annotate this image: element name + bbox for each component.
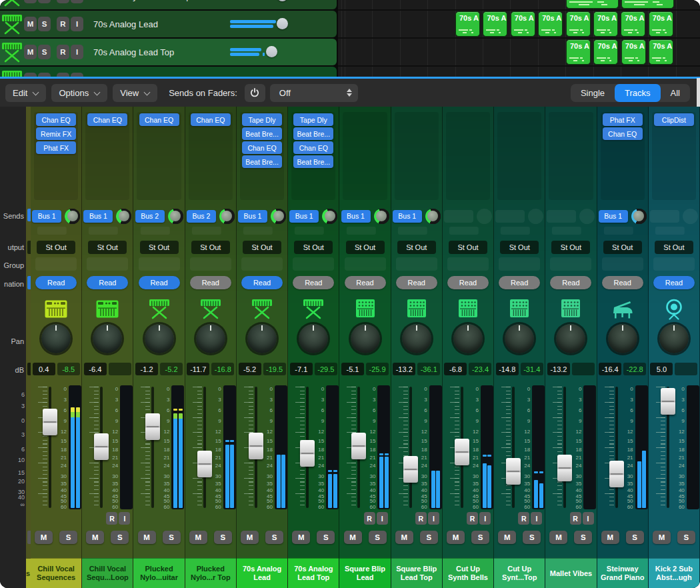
- output-button[interactable]: St Out: [191, 241, 230, 254]
- pan-knob[interactable]: [196, 324, 225, 353]
- group-slot[interactable]: [345, 257, 386, 271]
- peak-level-value[interactable]: [109, 363, 131, 375]
- fader-cap[interactable]: [249, 433, 263, 459]
- fader-track[interactable]: [151, 387, 154, 508]
- fader-track[interactable]: [512, 387, 515, 508]
- peak-level-value[interactable]: -29.5: [315, 363, 337, 375]
- mute-button[interactable]: M: [395, 531, 413, 544]
- send-slot-empty[interactable]: [89, 227, 118, 235]
- peak-level-value[interactable]: -31.4: [521, 363, 543, 375]
- send-bus-button[interactable]: Bus 1: [393, 210, 422, 223]
- plugin-slot[interactable]: Chan EQ: [191, 113, 231, 126]
- pan-knob[interactable]: [93, 324, 122, 353]
- record-enable-button[interactable]: R: [57, 17, 69, 31]
- output-button[interactable]: St Out: [449, 241, 487, 254]
- volume-db-value[interactable]: -13.2: [547, 363, 570, 375]
- midi-clip[interactable]: 70s A: [511, 11, 535, 37]
- midi-clip[interactable]: 70s A: [566, 0, 619, 9]
- output-button[interactable]: St Out: [655, 241, 693, 254]
- track-name-plate[interactable]: Cut UpSynth Bells: [443, 558, 493, 588]
- send-level-knob[interactable]: [168, 209, 183, 224]
- automation-mode-button[interactable]: Read: [190, 276, 231, 289]
- fader-cap[interactable]: [557, 455, 572, 481]
- send-bus-empty[interactable]: [444, 210, 473, 223]
- solo-button[interactable]: S: [38, 45, 51, 59]
- input-monitor-button[interactable]: I: [377, 512, 388, 525]
- peak-level-value[interactable]: -19.5: [263, 363, 286, 375]
- output-button[interactable]: St Out: [346, 241, 385, 254]
- peak-level-value[interactable]: -5.2: [160, 363, 183, 375]
- solo-button[interactable]: S: [265, 531, 283, 544]
- peak-level-value[interactable]: -25.9: [366, 363, 389, 375]
- solo-button[interactable]: S: [471, 531, 489, 544]
- view-mode-tracks[interactable]: Tracks: [615, 84, 661, 102]
- send-level-knob[interactable]: [65, 209, 80, 224]
- output-button[interactable]: St Out: [500, 241, 539, 254]
- automation-mode-button[interactable]: Read: [396, 276, 437, 289]
- record-enable-button[interactable]: R: [570, 512, 581, 525]
- plugin-slot[interactable]: Remix FX: [36, 127, 76, 140]
- pan-knob[interactable]: [659, 324, 689, 353]
- fader-track[interactable]: [203, 387, 206, 508]
- group-slot[interactable]: [35, 257, 77, 271]
- record-enable-button[interactable]: R: [415, 512, 427, 525]
- send-slot-empty[interactable]: [243, 227, 273, 235]
- midi-clip[interactable]: 70s A: [593, 11, 618, 37]
- track-volume-slider[interactable]: [230, 45, 293, 59]
- peak-level-value[interactable]: -36.1: [417, 363, 440, 375]
- plugin-slot[interactable]: Beat Bre...: [242, 127, 282, 140]
- audio-fx-empty-area[interactable]: [446, 112, 490, 200]
- synthesizer-icon[interactable]: [494, 296, 545, 321]
- group-slot[interactable]: [87, 257, 128, 271]
- send-bus-empty[interactable]: [495, 210, 525, 223]
- group-slot[interactable]: [396, 257, 437, 271]
- midi-clip[interactable]: 70s A: [649, 11, 673, 37]
- volume-slider-knob[interactable]: [277, 0, 288, 1]
- solo-button[interactable]: S: [420, 531, 438, 544]
- plugin-slot[interactable]: Phat FX: [603, 113, 643, 126]
- automation-mode-button[interactable]: Read: [345, 276, 386, 289]
- grand-piano-icon[interactable]: [597, 296, 648, 321]
- mute-button[interactable]: M: [601, 531, 619, 544]
- automation-mode-button[interactable]: Read: [602, 276, 643, 289]
- pan-knob[interactable]: [608, 324, 637, 353]
- record-enable-button[interactable]: R: [106, 512, 117, 525]
- automation-mode-button[interactable]: Read: [87, 276, 128, 289]
- track-name-plate[interactable]: Square BlipLead: [339, 558, 390, 588]
- solo-button[interactable]: S: [38, 17, 51, 31]
- send-level-knob[interactable]: [425, 209, 441, 224]
- plugin-slot[interactable]: ClipDist: [654, 113, 694, 126]
- track-header-row[interactable]: MSRI70s Analog Lead: [0, 11, 337, 37]
- mute-button[interactable]: M: [189, 531, 207, 544]
- send-level-knob[interactable]: [116, 209, 131, 224]
- mute-button[interactable]: M: [447, 531, 465, 544]
- plugin-slot[interactable]: Chan EQ: [603, 127, 643, 140]
- pan-knob[interactable]: [402, 324, 431, 353]
- send-level-knob[interactable]: [322, 209, 337, 224]
- audio-fx-empty-area[interactable]: [395, 112, 439, 200]
- send-bus-button[interactable]: Bus 1: [599, 210, 628, 223]
- view-mode-single[interactable]: Single: [571, 84, 615, 102]
- send-bus-button[interactable]: Bus 1: [83, 210, 113, 223]
- fader-track[interactable]: [409, 387, 412, 508]
- gong-drum-icon[interactable]: [649, 296, 699, 321]
- output-button[interactable]: St Out: [551, 241, 590, 254]
- fader-cap[interactable]: [403, 456, 418, 483]
- sampler-keyboard-icon[interactable]: [82, 296, 133, 321]
- volume-db-value[interactable]: -16.4: [599, 363, 621, 375]
- output-button[interactable]: St Out: [140, 241, 179, 254]
- pan-knob[interactable]: [41, 324, 71, 353]
- output-button[interactable]: St Out: [88, 241, 127, 254]
- output-button[interactable]: St Out: [603, 241, 642, 254]
- plugin-slot[interactable]: Tape Dly: [242, 113, 282, 126]
- input-monitor-button[interactable]: I: [71, 17, 83, 31]
- pan-knob[interactable]: [556, 324, 585, 353]
- mute-button[interactable]: M: [292, 531, 310, 544]
- automation-mode-button[interactable]: Read: [499, 276, 540, 289]
- plugin-slot[interactable]: Chan EQ: [87, 113, 127, 126]
- send-bus-button[interactable]: Bus 1: [32, 210, 61, 223]
- input-monitor-button[interactable]: I: [428, 512, 439, 525]
- sampler-keyboard-icon[interactable]: [31, 296, 81, 321]
- send-level-knob[interactable]: [219, 209, 235, 224]
- send-level-knob[interactable]: [631, 209, 647, 224]
